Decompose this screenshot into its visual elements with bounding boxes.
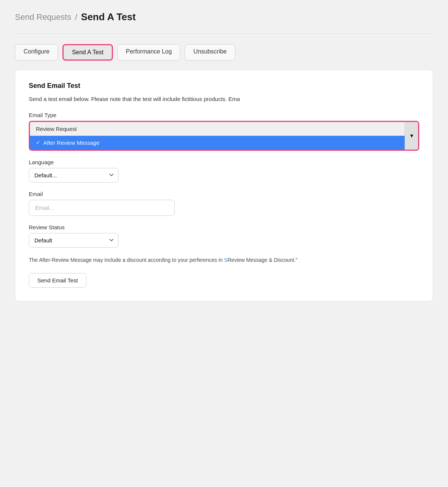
info-link[interactable]: S bbox=[224, 257, 227, 263]
breadcrumb-separator: / bbox=[75, 12, 77, 22]
language-label: Language bbox=[29, 159, 419, 165]
send-email-test-card: Send Email Test Send a test email below.… bbox=[15, 70, 433, 301]
info-text-part2: Review Message & Discount." bbox=[228, 257, 298, 263]
language-field: Language Default... bbox=[29, 159, 419, 183]
info-text-part1: The After-Review Message may include a d… bbox=[29, 257, 224, 263]
email-type-dropdown[interactable]: Review Request ✓ After Review Message ▾ bbox=[29, 121, 419, 151]
email-type-field: Email Type Review Request ✓ After Review… bbox=[29, 112, 419, 151]
review-status-select[interactable]: Default bbox=[29, 233, 119, 248]
review-request-label: Review Request bbox=[36, 126, 77, 132]
email-label: Email bbox=[29, 191, 419, 197]
tab-configure[interactable]: Configure bbox=[15, 44, 58, 61]
checkmark-icon: ✓ bbox=[36, 140, 40, 146]
email-field-group: Email bbox=[29, 191, 419, 216]
review-status-field: Review Status Default bbox=[29, 224, 419, 248]
dropdown-option-after-review-message[interactable]: ✓ After Review Message bbox=[30, 136, 418, 150]
review-status-label: Review Status bbox=[29, 224, 419, 230]
tab-send-a-test[interactable]: Send A Test bbox=[62, 44, 113, 61]
section-divider bbox=[15, 33, 433, 34]
send-email-test-button[interactable]: Send Email Test bbox=[29, 273, 86, 288]
email-input[interactable] bbox=[29, 200, 175, 216]
tab-performance-log[interactable]: Performance Log bbox=[117, 44, 181, 61]
card-description: Send a test email below. Please note tha… bbox=[29, 95, 419, 104]
breadcrumb-parent: Send Requests bbox=[15, 12, 71, 22]
breadcrumb: Send Requests / Send A Test bbox=[15, 11, 433, 23]
dropdown-arrow-button[interactable]: ▾ bbox=[405, 122, 418, 150]
card-title: Send Email Test bbox=[29, 82, 419, 90]
info-text: The After-Review Message may include a d… bbox=[29, 256, 419, 264]
tab-unsubscribe[interactable]: Unsubscribe bbox=[185, 44, 235, 61]
after-review-message-label: After Review Message bbox=[43, 140, 99, 146]
breadcrumb-current: Send A Test bbox=[81, 11, 136, 23]
page-wrapper: Send Requests / Send A Test Configure Se… bbox=[0, 0, 448, 316]
chevron-down-icon: ▾ bbox=[410, 132, 413, 139]
email-type-label: Email Type bbox=[29, 112, 419, 118]
tab-bar: Configure Send A Test Performance Log Un… bbox=[15, 44, 433, 61]
dropdown-option-review-request[interactable]: Review Request bbox=[30, 122, 418, 136]
language-select[interactable]: Default... bbox=[29, 168, 119, 183]
